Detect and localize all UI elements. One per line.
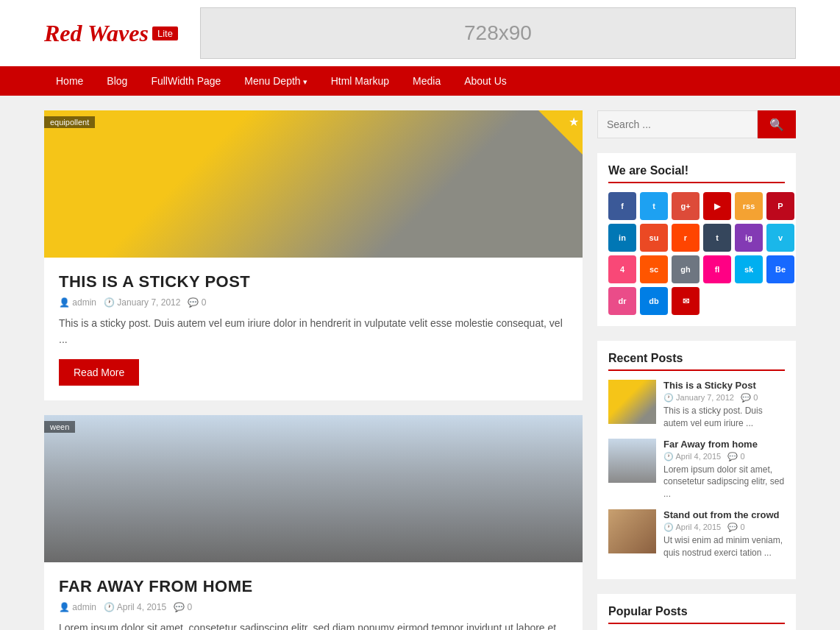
sidebar: 🔍 We are Social! ftg+▶rssPinsurtigv4scgh… xyxy=(597,110,796,630)
popular-posts-title: Popular Posts xyxy=(608,605,785,624)
post-card: equipollent★THIS IS A STICKY POST👤 admin… xyxy=(44,110,583,400)
navigation: HomeBlogFullWidth PageMenu Depth ▾Html M… xyxy=(0,66,840,96)
post-tag: equipollent xyxy=(44,116,95,128)
sticky-star-icon: ★ xyxy=(569,115,579,129)
social-widget: We are Social! ftg+▶rssPinsurtigv4scghfl… xyxy=(597,153,796,326)
rss-icon[interactable]: rss xyxy=(735,192,763,220)
post-info: Far Away from home🕐 April 4, 2015 💬 0Lor… xyxy=(663,439,785,500)
recent-post-item: Far Away from home🕐 April 4, 2015 💬 0Lor… xyxy=(608,439,785,500)
post-info: This is a Sticky Post🕐 January 7, 2012 💬… xyxy=(663,380,785,430)
nav-item-blog[interactable]: Blog xyxy=(95,66,139,96)
youtube-icon[interactable]: ▶ xyxy=(703,192,731,220)
dribbble-icon[interactable]: dr xyxy=(608,287,636,315)
post-tag: ween xyxy=(44,421,75,433)
recent-post-excerpt: Ut wisi enim ad minim veniam, quis nostr… xyxy=(663,534,785,559)
flickr-icon[interactable]: fl xyxy=(703,255,731,283)
post-thumbnail[interactable] xyxy=(608,380,656,424)
stumbleupon-icon[interactable]: su xyxy=(640,224,668,252)
behance-icon[interactable]: Be xyxy=(766,255,794,283)
recent-posts-title: Recent Posts xyxy=(608,352,785,371)
recent-post-item: This is a Sticky Post🕐 January 7, 2012 💬… xyxy=(608,380,785,430)
recent-post-meta: 🕐 April 4, 2015 💬 0 xyxy=(663,523,785,532)
recent-post-excerpt: This is a sticky post. Duis autem vel eu… xyxy=(663,405,785,430)
popular-posts-widget: Popular Posts Post With Many Comments🕐 A… xyxy=(597,594,796,630)
skype-icon[interactable]: sk xyxy=(735,255,763,283)
post-image xyxy=(44,415,583,562)
read-more-button[interactable]: Read More xyxy=(59,359,139,386)
nav-item-html-markup[interactable]: Html Markup xyxy=(319,66,401,96)
dropbox-icon[interactable]: db xyxy=(640,287,668,315)
post-title[interactable]: FAR AWAY FROM HOME xyxy=(59,577,568,596)
ad-banner: 728x90 xyxy=(200,7,796,59)
post-image xyxy=(44,110,583,258)
nav-item-menu-depth[interactable]: Menu Depth ▾ xyxy=(232,66,318,96)
recent-post-meta: 🕐 January 7, 2012 💬 0 xyxy=(663,393,785,403)
twitter-icon[interactable]: t xyxy=(640,192,668,220)
post-excerpt: Lorem ipsum dolor sit amet, consetetur s… xyxy=(59,620,568,630)
linkedin-icon[interactable]: in xyxy=(608,224,636,252)
logo-lite: Lite xyxy=(152,26,178,40)
recent-post-excerpt: Lorem ipsum dolor sit amet, consetetur s… xyxy=(663,464,785,500)
post-meta: 👤 admin🕐 April 4, 2015💬 0 xyxy=(59,602,568,612)
logo[interactable]: Red Waves Lite xyxy=(44,20,178,47)
search-widget: 🔍 xyxy=(597,110,796,138)
post-thumbnail[interactable] xyxy=(608,439,656,483)
nav-item-media[interactable]: Media xyxy=(401,66,452,96)
search-button[interactable]: 🔍 xyxy=(758,110,796,138)
tumblr-icon[interactable]: t xyxy=(703,224,731,252)
facebook-icon[interactable]: f xyxy=(608,192,636,220)
nav-item-fullwidth-page[interactable]: FullWidth Page xyxy=(139,66,232,96)
post-meta: 👤 admin🕐 January 7, 2012💬 0 xyxy=(59,297,568,308)
instagram-icon[interactable]: ig xyxy=(735,224,763,252)
social-grid: ftg+▶rssPinsurtigv4scghflskBedrdb✉ xyxy=(608,192,785,315)
pinterest-icon[interactable]: P xyxy=(766,192,794,220)
nav-item-about-us[interactable]: About Us xyxy=(452,66,519,96)
social-title: We are Social! xyxy=(608,164,785,183)
github-icon[interactable]: gh xyxy=(672,255,700,283)
recent-post-item: Stand out from the crowd🕐 April 4, 2015 … xyxy=(608,509,785,559)
post-thumbnail[interactable] xyxy=(608,509,656,553)
recent-post-title[interactable]: Far Away from home xyxy=(663,439,785,450)
logo-text: Red Waves xyxy=(44,20,149,47)
post-card: weenFAR AWAY FROM HOME👤 admin🕐 April 4, … xyxy=(44,415,583,630)
vimeo-icon[interactable]: v xyxy=(766,224,794,252)
recent-post-title[interactable]: This is a Sticky Post xyxy=(663,380,785,391)
email-icon[interactable]: ✉ xyxy=(672,287,700,315)
post-excerpt: This is a sticky post. Duis autem vel eu… xyxy=(59,315,568,348)
recent-post-meta: 🕐 April 4, 2015 💬 0 xyxy=(663,452,785,461)
recent-posts-widget: Recent Posts This is a Sticky Post🕐 Janu… xyxy=(597,341,796,579)
header: Red Waves Lite 728x90 xyxy=(0,0,840,66)
recent-post-title[interactable]: Stand out from the crowd xyxy=(663,509,785,520)
google-plus-icon[interactable]: g+ xyxy=(672,192,700,220)
post-title[interactable]: THIS IS A STICKY POST xyxy=(59,272,568,291)
nav-item-home[interactable]: Home xyxy=(44,66,95,96)
main-content: equipollent★THIS IS A STICKY POST👤 admin… xyxy=(44,110,583,630)
foursquare-icon[interactable]: 4 xyxy=(608,255,636,283)
search-input[interactable] xyxy=(597,110,758,138)
post-info: Stand out from the crowd🕐 April 4, 2015 … xyxy=(663,509,785,559)
soundcloud-icon[interactable]: sc xyxy=(640,255,668,283)
reddit-icon[interactable]: r xyxy=(672,224,700,252)
